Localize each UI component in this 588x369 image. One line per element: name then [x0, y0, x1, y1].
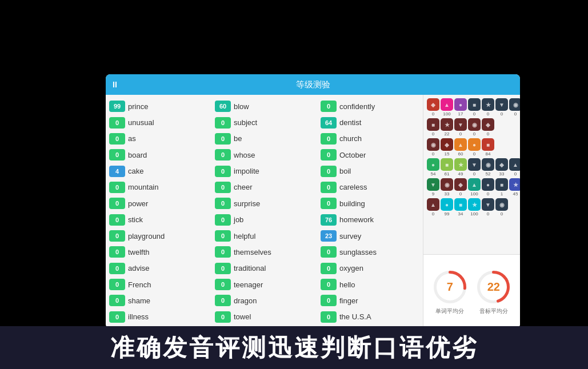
word-row[interactable]: 0as	[107, 131, 210, 147]
icon-button[interactable]: ●	[427, 158, 439, 171]
icon-button[interactable]: ◆	[482, 118, 494, 131]
word-row[interactable]: 0the U.S.A	[318, 309, 422, 325]
icon-button[interactable]: ◆	[495, 158, 508, 171]
word-row[interactable]: 0teenager	[213, 276, 316, 292]
icon-item[interactable]: ▼0	[454, 118, 467, 137]
word-row[interactable]: 0board	[107, 147, 210, 163]
icon-button[interactable]: ■	[427, 118, 439, 131]
word-row[interactable]: 0stick	[107, 212, 210, 228]
word-row[interactable]: 0towel	[213, 309, 316, 325]
icon-item[interactable]: ★100	[468, 198, 481, 216]
word-row[interactable]: 0confidently	[318, 98, 422, 114]
icon-item[interactable]: ■1	[495, 178, 508, 196]
icon-item[interactable]: ▼0	[495, 98, 508, 117]
icon-item[interactable]: ▼0	[482, 198, 494, 216]
icon-item[interactable]: ●54	[427, 158, 439, 177]
word-row[interactable]: 60blow	[213, 98, 316, 114]
icon-item[interactable]: ◆15	[441, 138, 453, 157]
icon-button[interactable]: ◆	[427, 98, 439, 111]
pause-button[interactable]: II	[113, 80, 117, 89]
icon-button[interactable]: ●	[441, 198, 453, 211]
word-row[interactable]: 0unusual	[107, 114, 210, 130]
word-row[interactable]: 0subject	[213, 114, 316, 130]
icon-item[interactable]: ●99	[441, 198, 453, 216]
icon-button[interactable]: ◆	[454, 178, 467, 191]
icon-button[interactable]: ◆	[441, 138, 453, 151]
icon-item[interactable]: ◉0	[427, 138, 439, 157]
word-row[interactable]: 0traditional	[213, 260, 316, 276]
word-row[interactable]: 0impolite	[213, 163, 316, 179]
word-row[interactable]: 0helpful	[213, 228, 316, 244]
word-row[interactable]: 0surprise	[213, 195, 316, 211]
icon-button[interactable]: ■	[495, 178, 508, 191]
word-row[interactable]: 0shame	[107, 292, 210, 308]
icon-item[interactable]: ◆0	[427, 98, 439, 117]
icon-button[interactable]: ▼	[468, 158, 481, 171]
icon-button[interactable]: ▼	[482, 198, 494, 211]
word-row[interactable]: 0advise	[107, 260, 210, 276]
icon-button[interactable]: ◉	[509, 98, 520, 111]
icon-button[interactable]: ◉	[441, 178, 453, 191]
word-row[interactable]: 0illness	[107, 309, 210, 325]
word-row[interactable]: 0oxygen	[318, 260, 422, 276]
icon-button[interactable]: ★	[468, 198, 481, 211]
icon-button[interactable]: ▲	[441, 98, 453, 111]
word-row[interactable]: 0job	[213, 212, 316, 228]
word-row[interactable]: 64dentist	[318, 114, 422, 130]
icon-button[interactable]: ●	[468, 138, 481, 151]
icon-item[interactable]: ◉33	[441, 178, 453, 196]
icon-button[interactable]: ★	[454, 158, 467, 171]
icon-item[interactable]: ★22	[441, 118, 453, 137]
icon-item[interactable]: ★49	[454, 158, 467, 177]
icon-button[interactable]: ▼	[454, 118, 467, 131]
word-row[interactable]: 0boil	[318, 163, 422, 179]
word-row[interactable]: 0twelfth	[107, 244, 210, 260]
icon-item[interactable]: ▲60	[454, 138, 467, 157]
icon-button[interactable]: ◉	[482, 158, 494, 171]
icon-item[interactable]: ▲100	[441, 98, 453, 117]
icon-item[interactable]: ●17	[454, 98, 467, 117]
icon-button[interactable]: ◉	[495, 198, 508, 211]
word-row[interactable]: 0whose	[213, 147, 316, 163]
word-row[interactable]: 0finger	[318, 292, 422, 308]
word-row[interactable]: 0playground	[107, 228, 210, 244]
icon-item[interactable]: ◉0	[495, 198, 508, 216]
icon-item[interactable]: ■84	[482, 138, 494, 157]
icon-item[interactable]: ★0	[482, 98, 494, 117]
word-row[interactable]: 0mountain	[107, 179, 210, 195]
icon-button[interactable]: ★	[482, 98, 494, 111]
icon-item[interactable]: ◉0	[509, 98, 520, 117]
icon-item[interactable]: ●0	[468, 138, 481, 157]
icon-button[interactable]: ★	[441, 118, 453, 131]
icon-item[interactable]: ■0	[427, 118, 439, 137]
icon-item[interactable]: ▲0	[427, 198, 439, 216]
word-row[interactable]: 0be	[213, 131, 316, 147]
icon-button[interactable]: ★	[509, 178, 520, 191]
icon-item[interactable]: ■34	[454, 198, 467, 216]
icon-item[interactable]: ◆33	[495, 158, 508, 177]
icon-item[interactable]: ◆0	[454, 178, 467, 196]
icon-item[interactable]: ▼0	[468, 158, 481, 177]
icon-item[interactable]: ■0	[468, 98, 481, 117]
icon-item[interactable]: ★45	[509, 178, 520, 196]
word-row[interactable]: 0hello	[318, 276, 422, 292]
icon-button[interactable]: ▼	[427, 178, 439, 191]
icon-button[interactable]: ■	[482, 138, 494, 151]
word-row[interactable]: 4cake	[107, 163, 210, 179]
word-row[interactable]: 23survey	[318, 228, 422, 244]
word-row[interactable]: 0careless	[318, 179, 422, 195]
icon-button[interactable]: ■	[468, 98, 481, 111]
word-row[interactable]: 0cheer	[213, 179, 316, 195]
icon-item[interactable]: ▲100	[468, 178, 481, 196]
icon-item[interactable]: ▼9	[427, 178, 439, 196]
icon-button[interactable]: ●	[482, 178, 494, 191]
word-row[interactable]: 76homework	[318, 212, 422, 228]
word-row[interactable]: 0building	[318, 195, 422, 211]
icon-button[interactable]: ▼	[495, 98, 508, 111]
icon-item[interactable]: ◉0	[468, 118, 481, 137]
word-row[interactable]: 0October	[318, 147, 422, 163]
icon-button[interactable]: ▲	[427, 198, 439, 211]
icon-button[interactable]: ■	[454, 198, 467, 211]
icon-button[interactable]: ▲	[454, 138, 467, 151]
icon-button[interactable]: ▲	[509, 158, 520, 171]
